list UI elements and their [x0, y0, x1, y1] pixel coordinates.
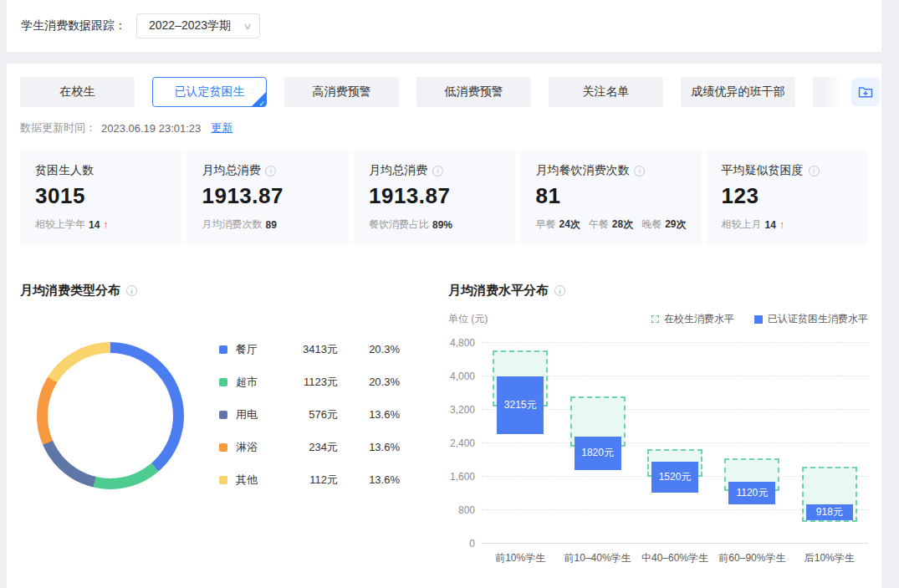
y-axis-tick: 800: [448, 504, 475, 516]
bar-chart-title: 月均消费水平分布: [448, 283, 549, 299]
tab-label: 高消费预警: [313, 84, 371, 100]
donut-hole: [48, 353, 173, 478]
solid-swatch-icon: [754, 315, 763, 324]
tab-label: 关注名单: [583, 84, 630, 100]
pie-chart-title-row: 月均消费类型分布 i: [20, 283, 411, 299]
tab-1[interactable]: 已认定贫困生✓: [152, 77, 267, 107]
card-title: 月均餐饮消费次数: [535, 163, 629, 178]
tab-5[interactable]: 成绩优异的班干部: [681, 77, 795, 107]
consumption-type-chart-section: 月均消费类型分布 i 餐厅 3413元 20.3%: [20, 283, 411, 544]
check-icon: ✓: [258, 100, 265, 107]
main-panel: 在校生已认定贫困生✓高消费预警低消费预警关注名单成绩优异的班干部 数据更新时间：…: [7, 64, 881, 588]
dashed-swatch-icon: [651, 315, 659, 323]
tab-2[interactable]: 高消费预警: [284, 77, 399, 107]
tab-0[interactable]: 在校生: [20, 77, 135, 107]
tab-label: 已认定贫困生: [175, 84, 245, 100]
card-value: 123: [722, 183, 853, 209]
consumption-level-chart-section: 月均消费水平分布 i 单位 (元) 在校生消费水平 已认证贫困生消费水平: [448, 283, 868, 544]
poor-student-bar: 1120元: [728, 482, 775, 504]
pie-chart-title: 月均消费类型分布: [20, 283, 120, 299]
tab-4[interactable]: 关注名单: [549, 77, 663, 107]
y-axis-tick: 1,600: [448, 471, 475, 483]
card-footer: 月均消费次数 89: [202, 217, 333, 232]
chevron-down-icon: ∨: [243, 21, 253, 32]
stat-card-monthly-total-2: 月均总消费 i 1913.87 餐饮消费占比 89%: [354, 151, 515, 244]
x-axis-label: 前10%学生: [482, 551, 559, 565]
x-axis-label: 前10–40%学生: [559, 551, 636, 565]
semester-select-value: 2022–2023学期: [149, 18, 231, 33]
folder-plus-icon: [857, 84, 874, 100]
stat-card-meal-count: 月均餐饮消费次数 i 81 早餐24次 午餐28次 晚餐29次: [520, 151, 701, 244]
donut-chart: [37, 342, 184, 489]
semester-select[interactable]: 2022–2023学期 ∨: [136, 13, 260, 38]
info-icon[interactable]: i: [554, 285, 565, 296]
legend-item-electricity[interactable]: 用电 576元 13.6%: [219, 403, 411, 426]
info-icon[interactable]: i: [432, 166, 443, 176]
stat-cards-row: 贫困生人数 3015 相较上学年 14 ↑ 月均总消费 i 1913.87 月均…: [20, 151, 868, 244]
bar-chart-legend: 在校生消费水平 已认证贫困生消费水平: [651, 312, 868, 326]
legend-item-other[interactable]: 其他 112元 13.6%: [219, 468, 411, 491]
card-title-row: 月均餐饮消费次数 i: [535, 163, 686, 178]
bar-chart-plot: 08001,6002,4003,2004,0004,8003215元前10%学生…: [448, 343, 868, 544]
x-axis-label: 中40–60%学生: [636, 551, 713, 565]
tab-label: 在校生: [60, 84, 95, 100]
gridline: [482, 543, 868, 544]
card-title: 贫困生人数: [35, 163, 94, 178]
legend-swatch: [219, 476, 227, 484]
pie-chart-body: 餐厅 3413元 20.3% 超市 1123元 20.3% 用电: [20, 342, 411, 501]
card-footer: 餐饮消费占比 89%: [369, 217, 500, 232]
gridline: [482, 442, 868, 443]
y-axis-tick: 0: [448, 538, 475, 550]
legend-item-campus-level[interactable]: 在校生消费水平: [651, 312, 734, 326]
card-title: 平均疑似贫困度: [722, 163, 804, 178]
tab-label: 成绩优异的班干部: [692, 84, 785, 100]
update-time-label: 数据更新时间：: [20, 120, 96, 135]
tab-label: 低消费预警: [445, 84, 503, 100]
charts-row: 月均消费类型分布 i 餐厅 3413元 20.3%: [20, 283, 868, 544]
pie-legend: 餐厅 3413元 20.3% 超市 1123元 20.3% 用电: [219, 338, 411, 501]
card-value: 3015: [35, 183, 166, 209]
y-axis-tick: 2,400: [448, 437, 475, 449]
page-title: 学生消费数据跟踪：: [21, 18, 126, 33]
poor-student-bar: 918元: [806, 504, 853, 521]
trend-up-icon: ↑: [779, 219, 784, 231]
add-group-button[interactable]: [851, 78, 880, 106]
card-value: 1913.87: [202, 183, 333, 209]
card-title-row: 贫困生人数: [35, 163, 166, 178]
x-axis-label: 后10%学生: [791, 551, 868, 565]
trend-up-icon: ↑: [103, 219, 108, 231]
bar-chart-title-row: 月均消费水平分布 i: [448, 283, 868, 299]
gridline: [482, 342, 868, 343]
legend-item-poor-level[interactable]: 已认证贫困生消费水平: [754, 312, 868, 326]
stat-card-poor-count: 贫困生人数 3015 相较上学年 14 ↑: [20, 151, 181, 244]
app-shell: 学生消费数据跟踪： 2022–2023学期 ∨ 在校生已认定贫困生✓高消费预警低…: [7, 0, 881, 588]
info-icon[interactable]: i: [634, 166, 645, 176]
data-update-bar: 数据更新时间： 2023.06.19 23:01:23 更新: [20, 120, 868, 135]
card-footer: 早餐24次 午餐28次 晚餐29次: [535, 217, 686, 232]
top-header-bar: 学生消费数据跟踪： 2022–2023学期 ∨: [7, 0, 881, 52]
y-axis-tick: 4,800: [448, 337, 475, 349]
card-title: 月均总消费: [202, 163, 260, 178]
update-timestamp: 2023.06.19 23:01:23: [101, 122, 201, 135]
refresh-link[interactable]: 更新: [211, 120, 232, 135]
info-icon[interactable]: i: [809, 166, 820, 176]
info-icon[interactable]: i: [126, 285, 137, 296]
legend-swatch: [219, 345, 227, 354]
legend-item-canteen[interactable]: 餐厅 3413元 20.3%: [219, 338, 411, 360]
tab-3[interactable]: 低消费预警: [416, 77, 531, 107]
legend-item-supermarket[interactable]: 超市 1123元 20.3%: [219, 371, 411, 393]
legend-swatch: [219, 378, 227, 386]
poor-student-bar: 3215元: [497, 376, 544, 434]
bar-chart-meta-row: 单位 (元) 在校生消费水平 已认证贫困生消费水平: [448, 312, 868, 326]
poor-student-bar: 1520元: [651, 462, 698, 493]
legend-item-shower[interactable]: 淋浴 234元 13.6%: [219, 436, 411, 458]
poor-student-bar: 1820元: [575, 437, 621, 470]
card-title: 月均总消费: [369, 163, 427, 178]
y-axis-tick: 4,000: [448, 371, 475, 382]
y-axis-tick: 3,200: [448, 404, 475, 416]
card-footer: 相较上学年 14 ↑: [35, 217, 166, 232]
tabs-row: 在校生已认定贫困生✓高消费预警低消费预警关注名单成绩优异的班干部: [20, 77, 868, 107]
x-axis-label: 前60–90%学生: [713, 551, 790, 565]
info-icon[interactable]: i: [265, 166, 276, 176]
tab-partial-cutoff[interactable]: [813, 77, 841, 107]
